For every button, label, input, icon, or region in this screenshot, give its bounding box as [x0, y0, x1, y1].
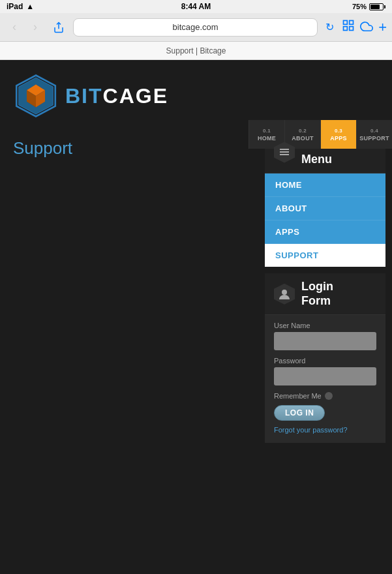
page-title-text: Support | Bitcage	[166, 46, 226, 55]
login-button[interactable]: LOG IN	[274, 405, 325, 421]
page-layout: Support MainMenu HOME	[0, 125, 392, 456]
left-content: Support	[13, 132, 258, 159]
browser-bar: ‹ › bitcage.com ↻ +	[0, 13, 392, 42]
cloud-button[interactable]	[360, 19, 373, 36]
new-tab-button[interactable]: +	[378, 19, 387, 36]
back-button[interactable]: ‹	[5, 18, 23, 37]
menu-item-home[interactable]: HOME	[265, 174, 385, 197]
status-left: iPad ▲	[7, 2, 34, 11]
menu-item-about[interactable]: ABOUT	[265, 197, 385, 220]
svg-rect-3	[344, 27, 348, 31]
wifi-icon: ▲	[26, 2, 34, 11]
main-menu-widget: MainMenu HOME ABOUT APPS SUPPORT	[265, 132, 385, 267]
browser-icons: +	[342, 19, 387, 36]
login-form-title: LoginForm	[301, 280, 333, 308]
svg-rect-12	[280, 151, 289, 153]
svg-rect-1	[344, 21, 348, 25]
svg-rect-2	[350, 21, 354, 25]
tabs-button[interactable]	[342, 19, 355, 36]
username-input[interactable]	[274, 332, 376, 350]
site-header: BITCAGE	[0, 60, 392, 125]
url-bar[interactable]: bitcage.com	[73, 18, 318, 37]
device-label: iPad	[7, 2, 23, 11]
login-form-body: User Name Password Remember Me LOG IN Fo…	[265, 315, 385, 443]
remember-label: Remember Me	[274, 392, 322, 400]
right-sidebar: MainMenu HOME ABOUT APPS SUPPORT	[265, 132, 385, 449]
nav-tab-apps[interactable]: 0.3 APPS	[320, 120, 356, 149]
tab-num-apps: 0.3	[335, 128, 342, 134]
battery-icon	[369, 3, 385, 10]
remember-row: Remember Me	[274, 392, 376, 400]
status-time: 8:44 AM	[181, 2, 211, 11]
svg-rect-4	[350, 27, 354, 31]
tab-num-support: 0.4	[370, 128, 378, 134]
svg-point-14	[282, 290, 287, 295]
logo-text: BITCAGE	[65, 84, 168, 108]
tab-label-apps: APPS	[330, 135, 347, 142]
tab-num-about: 0.2	[299, 128, 307, 134]
reload-button[interactable]: ↻	[323, 18, 337, 36]
login-icon	[274, 284, 295, 305]
status-right: 75%	[352, 3, 385, 10]
login-form-header: LoginForm	[265, 273, 385, 315]
nav-tab-support[interactable]: 0.4 SUPPORT	[356, 120, 392, 149]
menu-item-apps[interactable]: APPS	[265, 220, 385, 244]
top-nav: 0.1 HOME 0.2 ABOUT 0.3 APPS 0.4 SUPPORT	[249, 120, 392, 149]
logo-icon	[13, 73, 59, 119]
svg-rect-13	[280, 154, 289, 155]
page-title-bar: Support | Bitcage	[0, 42, 392, 60]
logo-container: BITCAGE	[13, 73, 168, 119]
forgot-password-link[interactable]: Forgot your password?	[274, 426, 376, 434]
tab-label-support: SUPPORT	[359, 135, 389, 142]
svg-rect-11	[280, 149, 289, 150]
tab-label-home: HOME	[258, 135, 276, 142]
battery-percent: 75%	[352, 3, 367, 10]
browser-nav: ‹ ›	[5, 18, 44, 37]
menu-item-support[interactable]: SUPPORT	[265, 244, 385, 267]
tab-label-about: ABOUT	[292, 135, 314, 142]
status-bar: iPad ▲ 8:44 AM 75%	[0, 0, 392, 13]
page-heading: Support	[13, 138, 258, 159]
login-form-widget: LoginForm User Name Password Remember Me…	[265, 273, 385, 443]
menu-items-list: HOME ABOUT APPS SUPPORT	[265, 174, 385, 267]
url-text: bitcage.com	[173, 22, 219, 32]
username-label: User Name	[274, 322, 376, 329]
tab-num-home: 0.1	[263, 128, 271, 134]
forward-button[interactable]: ›	[26, 18, 44, 37]
password-label: Password	[274, 357, 376, 365]
nav-tab-about[interactable]: 0.2 ABOUT	[284, 120, 320, 149]
remember-checkbox[interactable]	[325, 392, 333, 400]
share-button[interactable]	[50, 18, 68, 37]
nav-tab-home[interactable]: 0.1 HOME	[249, 120, 284, 149]
password-input[interactable]	[274, 367, 376, 385]
site-wrapper: 0.1 HOME 0.2 ABOUT 0.3 APPS 0.4 SUPPORT	[0, 60, 392, 574]
